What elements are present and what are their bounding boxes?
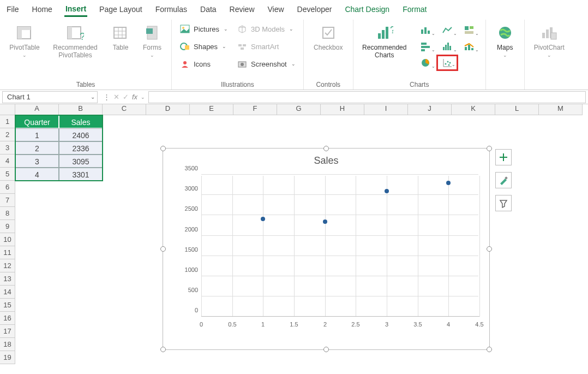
line-chart-button[interactable]: ⌄ [436,22,458,38]
scatter-chart-button[interactable]: ⌄ [436,55,458,71]
tab-page-layout[interactable]: Page Layout [98,3,143,16]
smartart-button[interactable]: SmartArt [235,39,298,54]
row-header[interactable]: 18 [0,338,15,351]
resize-handle[interactable] [487,246,492,252]
row-header[interactable]: 7 [0,194,15,207]
row-header[interactable]: 8 [0,207,15,220]
col-header[interactable]: H [321,104,364,115]
row-header[interactable]: 19 [0,351,15,364]
col-header[interactable]: F [233,104,277,115]
row-header[interactable]: 14 [0,286,15,299]
row-header[interactable]: 9 [0,220,15,233]
tab-developer[interactable]: Developer [296,3,333,16]
tab-format[interactable]: Format [401,3,428,16]
chart-plot-area[interactable]: 0 500 1000 1500 2000 2500 3000 3500 0 0.… [185,176,478,328]
chart-elements-button[interactable] [495,149,512,165]
row-header[interactable]: 17 [0,325,15,338]
pictures-button[interactable]: Pictures⌄ [177,22,230,36]
tab-data[interactable]: Data [199,3,218,16]
row-header[interactable]: 5 [0,168,15,181]
row-header[interactable]: 3 [0,141,15,155]
resize-handle[interactable] [487,146,492,151]
data-point[interactable] [446,181,451,185]
tab-chart-design[interactable]: Chart Design [344,3,391,16]
bar-chart-button[interactable]: ⌄ [415,38,436,55]
shapes-button[interactable]: Shapes⌄ [177,39,230,54]
row-header[interactable]: 4 [0,155,15,168]
forms-button[interactable]: Forms ⌄ [139,22,166,58]
recommended-charts-button[interactable]: ? Recommended Charts [359,22,410,59]
col-header[interactable]: K [452,104,495,115]
pie-chart-button[interactable]: ⌄ [415,55,436,71]
pivotchart-button[interactable]: PivotChart ⌄ [530,22,568,58]
maps-button[interactable]: Maps ⌄ [491,22,519,58]
cell-A3[interactable]: 2 [15,141,59,155]
col-header[interactable]: M [539,104,583,115]
row-header[interactable]: 13 [0,272,15,286]
resize-handle[interactable] [160,146,166,151]
col-header[interactable]: L [495,104,539,115]
screenshot-button[interactable]: Screenshot⌄ [235,57,298,71]
cell-B1[interactable]: Sales [59,115,103,128]
hierarchy-chart-button[interactable]: ⌄ [458,22,480,38]
tab-home[interactable]: Home [31,3,53,16]
enter-icon[interactable]: ✓ [123,93,129,101]
resize-handle[interactable] [487,347,492,352]
column-chart-button[interactable]: ⌄ [415,22,436,38]
tab-review[interactable]: Review [229,3,256,16]
data-point[interactable] [323,219,327,224]
tab-view[interactable]: View [267,3,285,16]
name-box[interactable]: Chart 1 ⌄ [2,91,98,103]
col-header[interactable]: J [408,104,452,115]
data-point[interactable] [261,217,265,221]
cancel-icon[interactable]: ✕ [113,93,119,101]
cell-B3[interactable]: 2336 [59,141,103,155]
select-all-corner[interactable] [0,104,15,115]
cell-A5[interactable]: 4 [15,168,59,181]
chart-filters-button[interactable] [495,195,512,211]
chevron-down-icon[interactable]: ⌄ [91,94,95,100]
cell-A4[interactable]: 3 [15,155,59,168]
3d-models-button[interactable]: 3D Models⌄ [235,22,298,36]
tab-file[interactable]: File [5,3,20,16]
row-header[interactable]: 2 [0,128,15,141]
cell-A2[interactable]: 1 [15,128,59,141]
col-header[interactable]: B [59,104,103,115]
tab-formulas[interactable]: Formulas [154,3,188,16]
col-header[interactable]: G [277,104,321,115]
row-header[interactable]: 12 [0,259,15,272]
row-header[interactable]: 1 [0,115,15,128]
table-button[interactable]: Table [107,22,134,51]
fx-icon[interactable]: fx [132,93,137,101]
combo-chart-button[interactable]: ⌄ [458,38,480,55]
resize-handle[interactable] [160,246,166,252]
col-header[interactable]: I [364,104,408,115]
pivottable-button[interactable]: PivotTable ⌄ [5,22,44,58]
cell-A1[interactable]: Quarter [15,115,59,128]
chevron-down-icon[interactable]: ⌄ [141,94,145,100]
more-icon[interactable]: ⋮ [103,93,110,101]
row-header[interactable]: 6 [0,181,15,194]
embedded-chart[interactable]: Sales 0 500 1000 1500 2000 2500 3000 350… [163,148,490,350]
row-header[interactable]: 16 [0,312,15,325]
recommended-pivot-button[interactable]: ? Recommended PivotTables [48,22,103,59]
row-header[interactable]: 11 [0,246,15,259]
worksheet[interactable]: A B C D E F G H I J K L M 1 2 3 4 5 6 7 … [0,104,588,372]
resize-handle[interactable] [160,347,166,352]
cell-B5[interactable]: 3301 [59,168,103,181]
chart-title[interactable]: Sales [163,155,489,167]
checkbox-button[interactable]: Checkbox [309,22,347,51]
row-header[interactable]: 10 [0,233,15,246]
resize-handle[interactable] [323,146,329,151]
chart-styles-button[interactable] [495,172,512,188]
col-header[interactable]: D [146,104,190,115]
cell-B2[interactable]: 2406 [59,128,103,141]
col-header[interactable]: A [15,104,59,115]
col-header[interactable]: C [103,104,146,115]
tab-insert[interactable]: Insert [64,2,87,17]
statistic-chart-button[interactable]: ⌄ [436,38,458,55]
resize-handle[interactable] [323,347,329,352]
data-point[interactable] [385,189,389,193]
formula-input[interactable] [148,91,586,103]
col-header[interactable]: E [190,104,233,115]
